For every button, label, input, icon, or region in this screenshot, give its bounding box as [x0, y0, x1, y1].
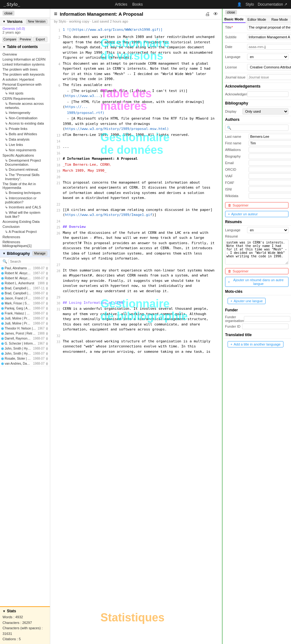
- toc-item-heterogeneity[interactable]: ↳ Heterogeneity: [0, 110, 50, 115]
- bib-item-delete[interactable]: 🗑: [46, 317, 49, 320]
- toc-item-linked[interactable]: Linked Information systems: [0, 62, 50, 67]
- toc-item-accessing[interactable]: Accessing Existing Data: [0, 219, 50, 224]
- bib-item-delete[interactable]: 🗑: [46, 287, 49, 290]
- versions-header[interactable]: ▼ Versions New Version: [0, 18, 50, 25]
- toc-item-system-look[interactable]: ↳ What will the system look like?: [0, 210, 50, 219]
- tab-raw-mode[interactable]: Raw Mode: [268, 16, 291, 23]
- language-select[interactable]: en fr: [247, 54, 288, 60]
- orcid-input[interactable]: [249, 167, 291, 172]
- bib-item-delete[interactable]: 🗑: [46, 302, 49, 305]
- toc-item-practical[interactable]: ↳ A Practical Project: [0, 229, 50, 234]
- bib-item-delete[interactable]: 🗑: [46, 322, 49, 325]
- isni-input[interactable]: [249, 186, 291, 192]
- print-icon[interactable]: 🖨: [205, 11, 210, 17]
- viaf-input[interactable]: [249, 173, 291, 179]
- toc-item-dev[interactable]: ↳ Development Project Documentation.: [0, 158, 50, 167]
- authors-search-input[interactable]: [225, 125, 288, 131]
- sidebar-close-button[interactable]: close: [3, 11, 14, 16]
- display-select[interactable]: Only used All: [242, 108, 288, 115]
- bib-item-delete[interactable]: 🗑: [46, 347, 49, 350]
- compare-button[interactable]: Compare: [3, 37, 17, 42]
- license-select[interactable]: Creative Commons Attributi: [247, 64, 291, 70]
- toc-header[interactable]: ▼ Table of contents: [0, 43, 50, 51]
- nav-articles[interactable]: Articles: [115, 2, 127, 7]
- add-author-button[interactable]: + Ajouter un auteur: [225, 211, 288, 217]
- toc-item-live-links[interactable]: ↳ Live links: [0, 142, 50, 148]
- new-version-button[interactable]: New Version: [26, 19, 47, 24]
- toc-item-bib-ref[interactable]: Références bibliographiques[1]: [0, 239, 50, 248]
- toc-item-personal-skills[interactable]: ↳ The "Personal Skills Inventory".: [0, 172, 50, 181]
- bib-item-delete[interactable]: 🗑: [46, 332, 49, 335]
- toc-item-hotspots[interactable]: ↳ Hot spots: [0, 91, 50, 96]
- toc-item-access[interactable]: ↳ Access to existing data: [0, 121, 50, 126]
- delete-resume-button[interactable]: 🗑 Supprimer: [225, 268, 288, 274]
- toc-item-non-centralisation[interactable]: ↳ Non-Centralisation: [0, 115, 50, 121]
- email-input[interactable]: [249, 160, 291, 166]
- funder-org-input[interactable]: [244, 316, 290, 322]
- toc-item-incentives[interactable]: ↳ Incentives and CALS: [0, 205, 50, 210]
- resume-lang-select[interactable]: en fr: [247, 227, 288, 233]
- toc-item-doc-retrieval[interactable]: ↳ Document retrieval.: [0, 167, 50, 172]
- add-keyword-button[interactable]: + Ajouter une langue: [228, 298, 266, 304]
- toc-item-keywords[interactable]: The problem with keywords: [0, 72, 50, 77]
- toc-item-non-req[interactable]: ↳ Non requirements: [0, 148, 50, 153]
- resume-textarea[interactable]: system was in CERN's interests. Note tha…: [225, 239, 288, 265]
- bib-item-delete[interactable]: 🗑: [46, 266, 49, 270]
- toc-item-private[interactable]: ↳ Private links: [0, 126, 50, 131]
- bib-search-input[interactable]: [8, 259, 50, 264]
- add-translated-title-button[interactable]: + Add a title in another language: [228, 341, 283, 347]
- bib-item-delete[interactable]: 🗑: [46, 276, 49, 280]
- manage-button[interactable]: Manage: [32, 251, 47, 256]
- title-input[interactable]: [247, 24, 291, 30]
- doc-editor[interactable]: 1 1 ![(https://www.w3.org/Icons/WWW/arch…: [50, 24, 222, 644]
- toc-item-remote[interactable]: ↳ Remote access across networks.: [0, 101, 50, 110]
- delete-author-button[interactable]: 🗑 Supprimer: [225, 202, 288, 208]
- funder-id-input[interactable]: [242, 324, 288, 329]
- add-resume-button[interactable]: + Ajouter un résumé dans un autre langue: [225, 277, 288, 287]
- toc-item-conclusion[interactable]: Conclusion: [0, 224, 50, 229]
- subtitle-input[interactable]: [247, 34, 291, 40]
- nav-documentation[interactable]: Documentation ↗: [258, 2, 287, 7]
- toc-item-losing[interactable]: Losing Information at CERN: [0, 57, 50, 62]
- toc-item-specific[interactable]: Specific Applications: [0, 153, 50, 158]
- preview-button[interactable]: Preview: [18, 37, 32, 42]
- toc-item-browsing[interactable]: ↳ Browsing techniques: [0, 190, 50, 196]
- bib-item-delete[interactable]: 🗑: [46, 357, 49, 360]
- last-name-input[interactable]: [249, 134, 291, 139]
- bib-item-delete[interactable]: 🗑: [46, 297, 49, 300]
- bib-item-delete[interactable]: 🗑: [46, 327, 49, 330]
- bib-item-delete[interactable]: 🗑: [46, 312, 49, 315]
- wikidata-input[interactable]: [249, 193, 291, 199]
- first-name-input[interactable]: [249, 140, 291, 146]
- bib-item-delete[interactable]: 🗑: [46, 271, 49, 275]
- toc-item-hypertext[interactable]: A solution: Hypertext: [0, 77, 50, 82]
- bib-item-delete[interactable]: 🗑: [46, 337, 49, 340]
- foaf-input[interactable]: [249, 180, 291, 185]
- bib-item-delete[interactable]: 🗑: [46, 292, 49, 295]
- toc-item-personal[interactable]: Personal Experience with Hypertext: [0, 82, 50, 91]
- tab-editor-mode[interactable]: Editor Mode: [245, 16, 268, 23]
- date-input[interactable]: [247, 44, 291, 50]
- toc-item-interconnect[interactable]: ↳ Interconnection or publication?: [0, 196, 50, 205]
- bib-item-delete[interactable]: 🗑: [46, 362, 49, 365]
- eye-icon[interactable]: 👁: [213, 11, 218, 17]
- toc-item-cern-req[interactable]: CERN Requirements: [0, 96, 50, 101]
- bib-item-delete[interactable]: 🗑: [46, 352, 49, 355]
- toc-item-trees[interactable]: The problem with trees: [0, 67, 50, 72]
- journal-input[interactable]: [247, 74, 291, 80]
- nav-stylo[interactable]: Stylo: [245, 2, 254, 7]
- user-icon[interactable]: 👤: [237, 2, 242, 7]
- tab-basic-mode[interactable]: Basic Mode: [223, 16, 245, 23]
- bib-item-delete[interactable]: 🗑: [46, 342, 49, 345]
- toc-item-references[interactable]: References: [0, 234, 50, 239]
- biography-input[interactable]: [249, 153, 291, 159]
- affiliations-input[interactable]: [249, 147, 291, 153]
- version-link[interactable]: Genesis (v0.0): [3, 27, 25, 30]
- ack-input[interactable]: [247, 91, 288, 97]
- toc-item-bells[interactable]: ↳ Bells and Whistles: [0, 131, 50, 137]
- bib-item-delete[interactable]: 🗑: [46, 307, 49, 310]
- toc-item-data-analysis[interactable]: ↳ Data analysis: [0, 137, 50, 142]
- nav-books[interactable]: Books: [132, 2, 143, 7]
- bib-item-delete[interactable]: 🗑: [46, 282, 49, 285]
- toc-item-state[interactable]: The State of the Art in Hypermedia: [0, 181, 50, 190]
